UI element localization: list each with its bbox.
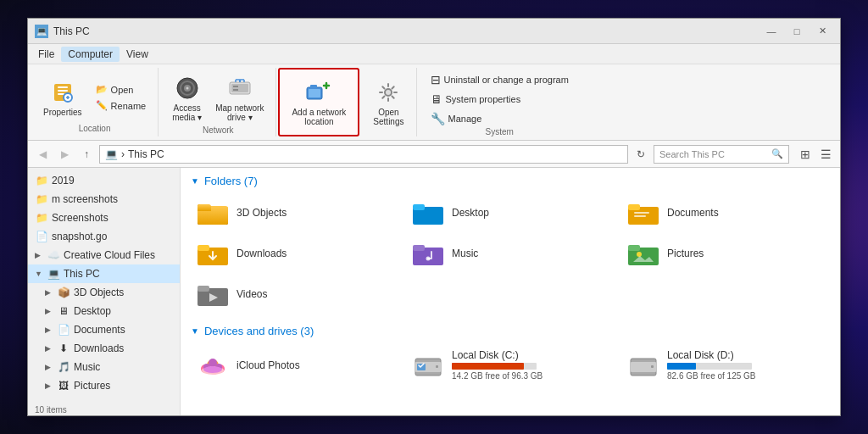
access-media-label: Accessmedia ▾: [172, 103, 202, 122]
sidebar-item-screenshots[interactable]: 📁 Screenshots: [28, 209, 180, 227]
sidebar-item-2019[interactable]: 📁 2019: [28, 171, 180, 190]
svg-rect-15: [198, 207, 228, 225]
sidebar-label-desktop: Desktop: [74, 305, 111, 317]
icloud-info: iCloud Photos: [236, 359, 300, 371]
up-button[interactable]: ↑: [77, 145, 96, 164]
content-area: ▼ Folders (7): [181, 168, 840, 415]
folder-music[interactable]: Music: [406, 236, 615, 270]
menu-bar: File Computer View: [28, 44, 840, 64]
svg-rect-23: [634, 215, 646, 217]
folder-videos[interactable]: Videos: [191, 277, 399, 311]
sidebar-item-3d-objects[interactable]: ▶ 📦 3D Objects: [28, 283, 180, 302]
drive-c-name: Local Disk (C:): [452, 349, 542, 361]
folder-documents[interactable]: Documents: [621, 196, 830, 230]
menu-file[interactable]: File: [31, 47, 61, 62]
sidebar-item-mscreenshots[interactable]: 📁 m screenshots: [28, 190, 180, 209]
manage-button[interactable]: 🔧 Manage: [426, 110, 574, 127]
menu-view[interactable]: View: [120, 47, 155, 62]
folder-label-3d: 3D Objects: [236, 207, 287, 219]
title-bar-icon: 💻: [35, 25, 48, 38]
folder-label-downloads: Downloads: [236, 248, 287, 259]
folder-label-documents: Documents: [667, 207, 719, 219]
sidebar-item-snapshot[interactable]: 📄 snapshot.go: [28, 227, 180, 246]
sidebar-label-cc: Creative Cloud Files: [64, 249, 155, 261]
drive-local-c[interactable]: Local Disk (C:) 14.2 GB free of 96.3 GB: [406, 346, 615, 384]
rename-button[interactable]: ✏️ Rename: [91, 98, 152, 113]
folders-section-label: Folders (7): [204, 175, 258, 187]
view-controls: ⊞ ☰: [796, 145, 835, 164]
open-icon: 📂: [96, 84, 108, 95]
sidebar-label-this-pc: This PC: [64, 268, 100, 280]
title-bar-controls: — □ ✕: [760, 23, 833, 40]
address-bar: ◀ ▶ ↑ 💻 › This PC ↻ Search This PC 🔍 ⊞ ☰: [28, 141, 840, 168]
drive-c-icon: [411, 350, 445, 381]
sidebar-item-this-pc[interactable]: ▼ 💻 This PC: [28, 264, 180, 283]
folder-3d-objects[interactable]: 3D Objects: [191, 196, 399, 230]
map-network-drive-button[interactable]: Map networkdrive ▾: [210, 71, 269, 125]
svg-point-31: [637, 252, 642, 257]
view-large-icon[interactable]: ⊞: [796, 145, 815, 164]
ribbon-network-buttons: Accessmedia ▾ Map networkdrive ▾: [167, 71, 269, 125]
folder-icon-pictures: [626, 240, 660, 267]
sidebar-item-downloads[interactable]: ▶ ⬇ Downloads: [28, 339, 180, 358]
svg-rect-16: [198, 207, 228, 225]
ribbon-group-open-settings: OpenSettings: [361, 68, 416, 136]
drive-c-bar: [452, 363, 524, 370]
sidebar-label-snapshot: snapshot.go: [52, 231, 107, 242]
drive-icloud-photos[interactable]: iCloud Photos: [191, 346, 399, 384]
search-box[interactable]: Search This PC 🔍: [654, 145, 789, 164]
address-path[interactable]: 💻 › This PC: [99, 145, 628, 164]
forward-button[interactable]: ▶: [55, 145, 74, 164]
open-settings-label: OpenSettings: [373, 108, 403, 126]
system-properties-button[interactable]: 🖥 System properties: [426, 91, 574, 108]
drive-c-bar-container: [452, 363, 537, 370]
view-list-icon[interactable]: ☰: [816, 145, 835, 164]
access-media-button[interactable]: Accessmedia ▾: [167, 71, 207, 125]
open-settings-button[interactable]: OpenSettings: [368, 75, 409, 130]
location-group-label: Location: [79, 124, 111, 133]
ribbon-add-network-buttons: Add a networklocation: [287, 73, 351, 131]
drive-d-info: Local Disk (D:) 82.6 GB free of 125 GB: [667, 349, 756, 381]
folder-icon-documents: [626, 199, 660, 226]
menu-computer[interactable]: Computer: [61, 47, 120, 62]
open-label: Open: [111, 85, 134, 95]
items-count: 10 items: [28, 402, 180, 415]
minimize-button[interactable]: —: [760, 23, 782, 40]
back-button[interactable]: ◀: [33, 145, 52, 164]
maximize-button[interactable]: □: [786, 23, 808, 40]
map-network-drive-label: Map networkdrive ▾: [215, 103, 264, 122]
svg-point-4: [186, 87, 188, 90]
expand-arrow-desktop: ▶: [45, 307, 53, 315]
folder-pictures[interactable]: Pictures: [621, 236, 830, 270]
add-network-location-button[interactable]: Add a networklocation: [287, 75, 351, 130]
svg-rect-8: [233, 86, 238, 87]
properties-label: Properties: [43, 108, 82, 117]
folder-icon-downloads: [196, 240, 230, 267]
file-icon-snapshot: 📄: [35, 230, 48, 243]
svg-rect-11: [309, 89, 320, 97]
sidebar-item-desktop[interactable]: ▶ 🖥 Desktop: [28, 302, 180, 320]
sidebar-label-music: Music: [74, 361, 100, 373]
properties-button[interactable]: Properties: [38, 75, 87, 120]
sidebar-item-music[interactable]: ▶ 🎵 Music: [28, 358, 180, 376]
svg-rect-9: [233, 89, 238, 91]
open-button[interactable]: 📂 Open: [91, 82, 152, 97]
folder-shape-3d: [198, 201, 228, 225]
folders-section-header[interactable]: ▼ Folders (7): [191, 175, 830, 187]
rename-icon: ✏️: [96, 100, 108, 111]
folder-downloads[interactable]: Downloads: [191, 236, 399, 270]
sidebar-item-documents[interactable]: ▶ 📄 Documents: [28, 320, 180, 339]
folders-arrow: ▼: [191, 176, 199, 186]
refresh-button[interactable]: ↻: [632, 145, 650, 164]
close-button[interactable]: ✕: [811, 23, 833, 40]
svg-rect-30: [628, 245, 640, 251]
title-bar: 💻 This PC — □ ✕: [28, 19, 840, 44]
folder-desktop[interactable]: Desktop: [406, 196, 615, 230]
uninstall-button[interactable]: ⊟ Uninstall or change a program: [426, 71, 574, 88]
add-network-location-label: Add a networklocation: [292, 108, 346, 126]
search-placeholder: Search This PC: [659, 149, 725, 159]
drives-section-header[interactable]: ▼ Devices and drives (3): [191, 325, 830, 337]
sidebar-item-creative-cloud[interactable]: ▶ ☁️ Creative Cloud Files: [28, 246, 180, 264]
drive-local-d[interactable]: Local Disk (D:) 82.6 GB free of 125 GB: [621, 346, 830, 384]
sidebar-item-pictures[interactable]: ▶ 🖼 Pictures: [28, 376, 180, 395]
